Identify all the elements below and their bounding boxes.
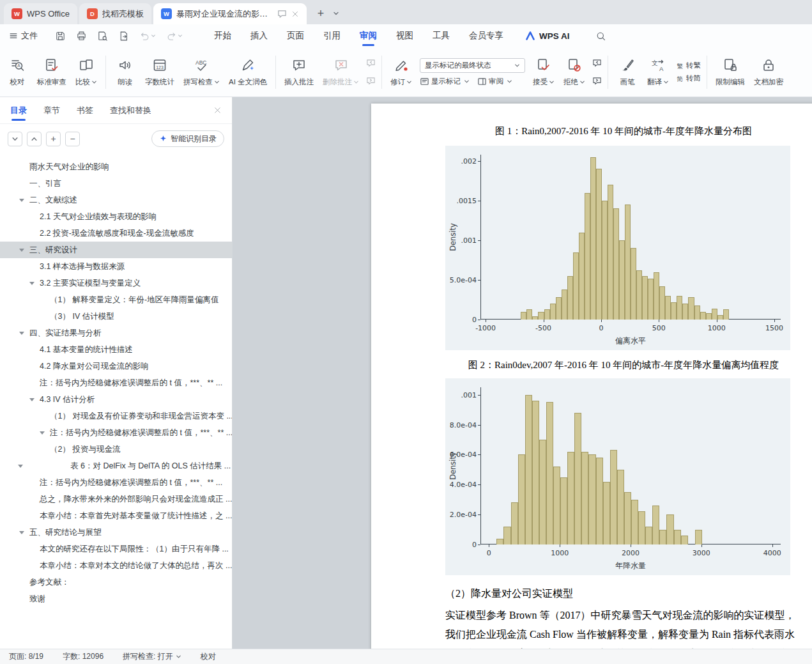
wps-ai-button[interactable]: WPS AI xyxy=(525,31,570,41)
next-change-button[interactable] xyxy=(590,75,603,88)
toc-item[interactable]: 注：括号内为经稳健标准误调整后的 t 值，***、** ... xyxy=(0,474,232,491)
insert-comment-button[interactable]: 插入批注 xyxy=(280,51,318,93)
delete-comment-button[interactable]: 删除批注 xyxy=(319,51,363,93)
smart-toc-button[interactable]: 智能识别目录 xyxy=(151,130,224,147)
menu-tab-insert[interactable]: 插入 xyxy=(250,24,268,47)
menu-tab-tools[interactable]: 工具 xyxy=(433,24,450,47)
file-menu-button[interactable]: 文件 xyxy=(0,30,44,42)
restrict-editing-button[interactable]: 限制编辑 xyxy=(712,51,749,93)
toc-item[interactable]: 4.2 降水量对公司现金流的影响 xyxy=(0,358,232,374)
toc-item[interactable]: 4.1 基本变量的统计性描述 xyxy=(0,341,232,358)
toc-item[interactable]: 3.2 主要实证模型与变量定义 xyxy=(0,275,232,291)
redo-button[interactable] xyxy=(164,29,185,43)
toc-item[interactable]: （3） IV 估计模型 xyxy=(0,308,232,325)
toc-item[interactable]: （1） 对现金及有价证券变动和非现金营运资本变 ... xyxy=(0,408,232,424)
to-traditional-button[interactable]: 繁转繁 xyxy=(675,61,701,70)
expand-arrow-icon[interactable] xyxy=(19,199,24,202)
compare-button[interactable]: 比较 xyxy=(72,51,101,93)
spell-check-button[interactable]: ABC拼写检查 xyxy=(180,51,224,93)
collapse-all-button[interactable] xyxy=(8,132,22,146)
save-button[interactable] xyxy=(53,29,68,43)
export-pdf-button[interactable] xyxy=(116,29,131,43)
toc-item[interactable]: （1） 解释变量定义：年份-地区年降雨量偏离值 xyxy=(0,291,232,308)
expand-arrow-icon[interactable] xyxy=(29,398,34,401)
expand-all-button[interactable] xyxy=(27,132,42,146)
toc-item[interactable]: 总之，降水带来外来的外部影响只会对现金流造成正 ... xyxy=(0,491,232,507)
toc-item[interactable]: 雨水天气对企业的影响 xyxy=(0,158,232,175)
print-preview-button[interactable] xyxy=(95,29,110,43)
show-markup-button[interactable]: 显示标记 xyxy=(420,77,470,86)
sidebar-tab-find-replace[interactable]: 查找和替换 xyxy=(110,97,151,124)
sidebar-tab-toc[interactable]: 目录 xyxy=(10,97,27,124)
encrypt-document-button[interactable]: 文档加密 xyxy=(750,51,787,93)
close-sidebar-icon[interactable] xyxy=(213,106,222,114)
menu-tab-home[interactable]: 开始 xyxy=(214,24,231,47)
toc-item[interactable]: 致谢 xyxy=(0,591,232,607)
expand-arrow-icon[interactable] xyxy=(29,282,34,285)
track-changes-button[interactable]: 修订 xyxy=(387,51,416,93)
toc-item[interactable]: （2） 投资与现金流 xyxy=(0,441,232,458)
to-simplified-button[interactable]: 简转简 xyxy=(675,73,701,83)
accept-button[interactable]: 接受 xyxy=(529,51,558,93)
menu-tab-member[interactable]: 会员专享 xyxy=(469,24,503,47)
toc-item[interactable]: 2.1 天气对企业绩效与表现的影响 xyxy=(0,208,232,225)
menu-tab-review[interactable]: 审阅 xyxy=(360,24,377,47)
collapse-level-button[interactable]: − xyxy=(65,132,80,146)
page-indicator[interactable]: 页面: 8/19 xyxy=(9,651,43,662)
window-tab-wps-home[interactable]: WWPS Office xyxy=(4,3,77,24)
expand-arrow-icon[interactable] xyxy=(40,431,45,435)
toc-item[interactable]: 一、引言 xyxy=(0,175,232,192)
toc-item[interactable]: 注：括号内为经稳健标准误调整后的 t 值，***、** ... xyxy=(0,424,232,441)
search-icon[interactable] xyxy=(595,31,606,42)
window-tab-document[interactable]: W暴雨对企业现金流的影响与企... xyxy=(153,3,307,24)
toc-item[interactable]: 3.1 样本选择与数据来源 xyxy=(0,258,232,275)
expand-arrow-icon[interactable] xyxy=(19,332,24,335)
previous-change-button[interactable] xyxy=(590,57,603,70)
standard-review-button[interactable]: 标准审查 xyxy=(33,51,70,93)
ai-polish-button[interactable]: AI 全文润色 xyxy=(225,51,271,93)
toc-item[interactable]: 三、研究设计 xyxy=(0,242,232,258)
menu-tab-page[interactable]: 页面 xyxy=(287,24,304,47)
expand-arrow-icon[interactable] xyxy=(19,249,24,252)
markup-state-select[interactable]: 显示标记的最终状态 xyxy=(420,58,525,73)
toc-item[interactable]: 注：括号内为经稳健标准误调整后的 t 值，***、** ... xyxy=(0,374,232,391)
proofread-button[interactable]: A校对 xyxy=(3,51,32,93)
expand-level-button[interactable]: + xyxy=(46,132,61,146)
toc-item[interactable]: 五、研究结论与展望 xyxy=(0,524,232,541)
document-page[interactable]: 图 1：Rain0,2007-2016 年 10 年间的城市-年度年降水量分布图… xyxy=(371,104,812,649)
previous-comment-button[interactable] xyxy=(364,57,377,70)
window-tab-docer[interactable]: D找稻壳模板 xyxy=(79,3,151,24)
document-area[interactable]: 图 1：Rain0,2007-2016 年 10 年间的城市-年度年降水量分布图… xyxy=(233,97,812,649)
spell-check-status[interactable]: 拼写检查: 打开 xyxy=(123,651,181,662)
toc-item[interactable]: 2.2 投资-现金流敏感度和现金-现金流敏感度 xyxy=(0,225,232,242)
toc-item[interactable]: 参考文献： xyxy=(0,574,232,591)
print-button[interactable] xyxy=(74,29,89,43)
new-tab-button[interactable]: + xyxy=(312,5,329,22)
sidebar-tab-chapters[interactable]: 章节 xyxy=(43,97,60,124)
toc-item[interactable]: 本章小结：本章对本文的结论做了大体的总结，再次 ... xyxy=(0,557,232,574)
ink-pen-button[interactable]: 画笔 xyxy=(613,51,642,93)
next-comment-button[interactable] xyxy=(364,75,377,88)
review-pane-button[interactable]: 审阅 xyxy=(477,77,512,86)
read-aloud-button[interactable]: 朗读 xyxy=(111,51,140,93)
sidebar-tab-bookmarks[interactable]: 书签 xyxy=(77,97,93,124)
reject-button[interactable]: 拒绝 xyxy=(560,51,589,93)
proofread-status[interactable]: 校对 xyxy=(201,651,216,662)
word-count-indicator[interactable]: 字数: 12096 xyxy=(63,651,103,662)
tab-list-chevron-down-icon[interactable] xyxy=(330,8,342,19)
tab-close-icon[interactable] xyxy=(291,10,299,18)
undo-button[interactable] xyxy=(137,29,158,43)
toc-item[interactable]: 四、实证结果与分析 xyxy=(0,325,232,341)
translate-button[interactable]: 文A翻译 xyxy=(643,51,673,93)
expand-arrow-icon[interactable] xyxy=(18,465,23,468)
toc-item[interactable]: 本章小结：本章首先对基本变量做了统计性描述，之 ... xyxy=(0,507,232,524)
toc-item[interactable]: 表 6：对 DelFix 与 DelTA 的 OLS 估计结果 ... xyxy=(0,458,232,474)
toc-item[interactable]: 本文的研究还存在以下局限性：（1）由于只有年降 ... xyxy=(0,541,232,557)
tab-comment-icon[interactable] xyxy=(277,9,287,19)
word-count-button[interactable]: 123字数统计 xyxy=(141,51,178,93)
toc-item[interactable]: 二、文献综述 xyxy=(0,192,232,208)
menu-tab-reference[interactable]: 引用 xyxy=(323,24,341,47)
menu-tab-view[interactable]: 视图 xyxy=(396,24,413,47)
toc-item[interactable]: 4.3 IV 估计分析 xyxy=(0,391,232,408)
expand-arrow-icon[interactable] xyxy=(19,531,24,534)
